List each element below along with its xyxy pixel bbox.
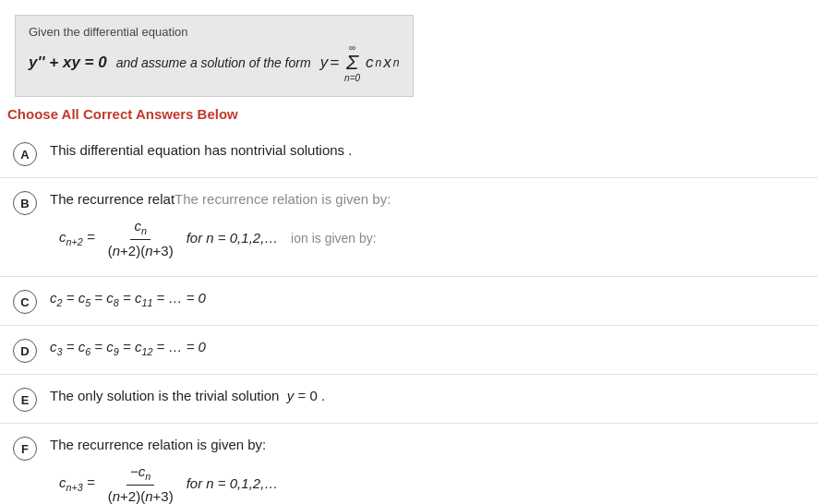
answer-a-text: This differential equation has nontrivia…	[50, 140, 805, 162]
eq-left: y'' + xy = 0	[29, 54, 107, 72]
answer-d[interactable]: D c3 = c6 = c9 = c12 = … = 0	[0, 326, 818, 375]
answer-b-content: The recurrence relatThe recurrence relat…	[50, 189, 805, 265]
given-label: Given the differential equation	[29, 25, 400, 39]
answer-b-formula: cn+2 = cn (n+2)(n+3) for n = 0,1,2,… ion…	[59, 216, 805, 262]
label-a: A	[13, 142, 37, 166]
answer-f-content: The recurrence relation is given by: cn+…	[50, 435, 805, 504]
answer-f[interactable]: F The recurrence relation is given by: c…	[0, 424, 818, 504]
eq-and: and assume a solution of the form	[116, 55, 311, 70]
label-c: C	[13, 290, 37, 314]
answer-b-label: The recurrence relatThe recurrence relat…	[50, 189, 805, 210]
fraction-f: −cn (n+2)(n+3)	[104, 462, 177, 504]
answer-c[interactable]: C c2 = c5 = c8 = c11 = … = 0	[0, 277, 818, 326]
label-f: F	[13, 437, 37, 461]
fraction-b: cn (n+2)(n+3)	[104, 216, 177, 262]
answer-f-label: The recurrence relation is given by:	[50, 435, 805, 456]
main-equation: y'' + xy = 0 and assume a solution of th…	[29, 42, 400, 83]
answer-e[interactable]: E The only solution is the trivial solut…	[0, 375, 818, 424]
answer-c-text: c2 = c5 = c8 = c11 = … = 0	[50, 288, 805, 310]
answer-e-text: The only solution is the trivial solutio…	[50, 386, 805, 407]
question-header: Given the differential equation y'' + xy…	[15, 15, 414, 97]
sigma-symbol: ∞ Σ n=0	[344, 42, 360, 83]
answer-f-formula: cn+3 = −cn (n+2)(n+3) for n = 0,1,2,…	[59, 462, 805, 504]
eq-right: y = ∞ Σ n=0 cn xn	[320, 42, 400, 83]
label-b: B	[13, 191, 37, 215]
label-e: E	[13, 388, 37, 412]
answer-b[interactable]: B The recurrence relatThe recurrence rel…	[0, 178, 818, 277]
choose-label: Choose All Correct Answers Below	[7, 106, 811, 122]
answer-a[interactable]: A This differential equation has nontriv…	[0, 129, 818, 178]
label-d: D	[13, 339, 37, 363]
answer-d-text: c3 = c6 = c9 = c12 = … = 0	[50, 337, 805, 359]
